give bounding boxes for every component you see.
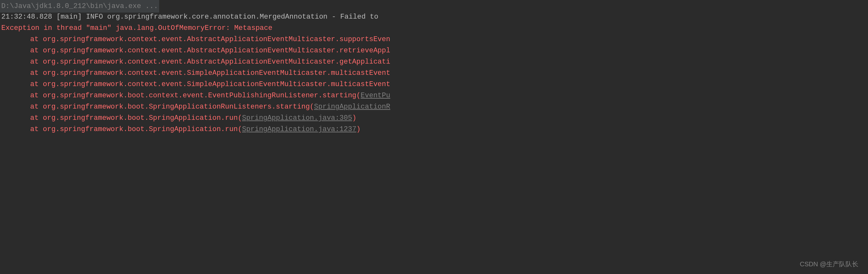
stacktrace-line: at org.springframework.boot.SpringApplic… <box>0 124 868 135</box>
source-link[interactable]: SpringApplication.java:305 <box>242 114 352 122</box>
stacktrace-line: at org.springframework.context.event.Sim… <box>0 67 868 79</box>
watermark: CSDN @生产队队长 <box>800 259 858 269</box>
stacktrace-line: at org.springframework.context.event.Abs… <box>0 56 868 67</box>
stacktrace-line: at org.springframework.context.event.Sim… <box>0 79 868 90</box>
console-output: D:\Java\jdk1.8.0_212\bin\java.exe ... 21… <box>0 0 868 135</box>
stacktrace-line: at org.springframework.boot.SpringApplic… <box>0 112 868 124</box>
stacktrace-line: at org.springframework.boot.context.even… <box>0 90 868 101</box>
stacktrace-line: at org.springframework.context.event.Abs… <box>0 34 868 45</box>
java-command: D:\Java\jdk1.8.0_212\bin\java.exe ... <box>0 0 159 12</box>
source-link[interactable]: EventPu <box>361 91 390 100</box>
log-line: 21:32:48.828 [main] INFO org.springframe… <box>0 11 868 23</box>
stacktrace-line: at org.springframework.boot.SpringApplic… <box>0 101 868 112</box>
source-link[interactable]: SpringApplicationR <box>314 103 391 111</box>
source-link[interactable]: SpringApplication.java:1237 <box>242 125 356 133</box>
command-line: D:\Java\jdk1.8.0_212\bin\java.exe ... <box>0 0 868 11</box>
exception-line: Exception in thread "main" java.lang.Out… <box>0 23 868 34</box>
stacktrace-line: at org.springframework.context.event.Abs… <box>0 45 868 56</box>
